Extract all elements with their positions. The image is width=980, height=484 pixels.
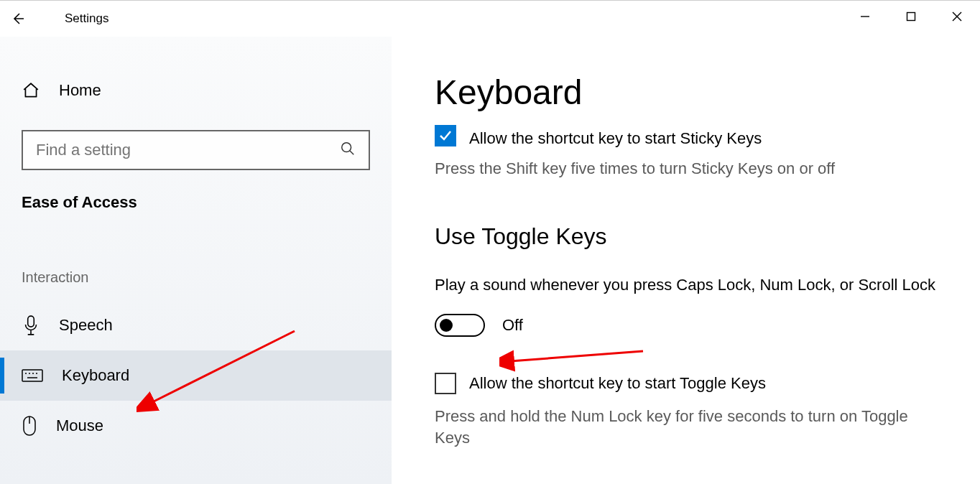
sidebar-home[interactable]: Home [0,73,392,108]
close-button[interactable] [934,1,980,32]
back-arrow-icon [11,11,25,26]
back-button[interactable] [0,1,36,37]
svg-rect-6 [28,316,34,327]
toggle-knob [440,319,453,332]
toggle-keys-switch[interactable] [435,314,485,337]
svg-rect-1 [907,13,915,21]
sidebar: Home Ease of Access Interaction Speech [0,37,392,484]
sticky-keys-shortcut-checkbox[interactable] [435,125,456,146]
sidebar-group-label: Interaction [0,269,392,286]
svg-rect-7 [22,370,42,381]
toggle-keys-body: Play a sound whenever you press Caps Loc… [435,274,937,297]
microphone-icon [22,315,40,336]
toggle-keys-section-title: Use Toggle Keys [435,223,937,250]
sidebar-item-mouse[interactable]: Mouse [0,401,392,451]
toggle-keys-shortcut-checkbox[interactable] [435,373,456,394]
page-title: Keyboard [435,73,937,112]
maximize-button[interactable] [888,1,934,32]
titlebar: Settings [0,1,980,37]
window-controls [842,1,980,32]
search-input[interactable] [36,141,340,159]
toggle-keys-toggle-row: Off [435,314,937,337]
app-title: Settings [65,11,108,26]
sidebar-item-label: Keyboard [62,366,129,385]
main-content: Keyboard Allow the shortcut key to start… [392,37,980,484]
home-icon [22,81,40,100]
toggle-keys-description: Press and hold the Num Lock key for five… [435,406,937,450]
keyboard-icon [22,368,43,383]
close-icon [952,11,962,22]
svg-point-4 [342,143,351,152]
svg-line-16 [510,351,643,361]
toggle-keys-state: Off [502,316,523,335]
sidebar-category: Ease of Access [0,193,392,212]
toggle-keys-shortcut-label: Allow the shortcut key to start Toggle K… [469,374,766,393]
search-icon [340,141,356,159]
sidebar-item-speech[interactable]: Speech [0,300,392,350]
annotation-arrow-toggle [499,338,657,374]
sidebar-item-keyboard[interactable]: Keyboard [0,350,392,401]
minimize-button[interactable] [842,1,888,32]
sticky-keys-shortcut-row: Allow the shortcut key to start Sticky K… [435,125,937,146]
maximize-icon [906,11,916,22]
minimize-icon [860,11,870,22]
svg-line-5 [350,151,354,155]
sidebar-item-label: Mouse [56,416,103,435]
sidebar-item-label: Speech [59,316,113,335]
sticky-keys-description: Press the Shift key five times to turn S… [435,158,937,180]
sidebar-home-label: Home [59,81,101,100]
mouse-icon [22,415,37,437]
check-icon [438,129,453,143]
search-input-container[interactable] [22,130,370,170]
sticky-keys-shortcut-label: Allow the shortcut key to start Sticky K… [469,129,762,148]
toggle-keys-shortcut-row: Allow the shortcut key to start Toggle K… [435,373,937,394]
